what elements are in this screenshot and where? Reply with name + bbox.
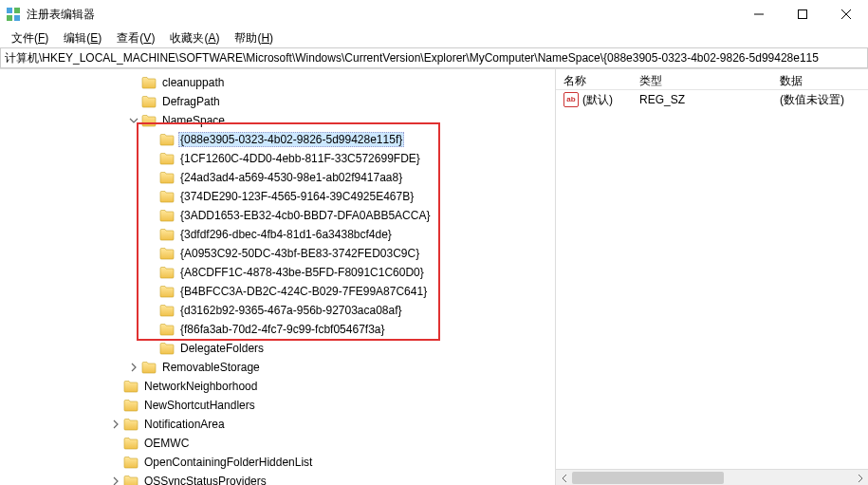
expand-icon[interactable] <box>108 474 123 485</box>
tree-item[interactable]: cleanuppath <box>0 73 555 92</box>
menu-favorites[interactable]: 收藏夹(A) <box>162 28 227 48</box>
folder-icon <box>159 228 175 241</box>
tree-item-label: OEMWC <box>142 436 191 451</box>
tree-item[interactable]: DelegateFolders <box>0 339 555 358</box>
tree-item[interactable]: OEMWC <box>0 434 555 453</box>
menu-edit[interactable]: 编辑(E) <box>56 28 109 48</box>
folder-icon <box>123 456 139 469</box>
collapse-icon[interactable] <box>126 113 141 128</box>
tree-item[interactable]: NameSpace <box>0 111 555 130</box>
folder-icon <box>159 133 175 146</box>
tree-item[interactable]: DefragPath <box>0 92 555 111</box>
horizontal-scrollbar[interactable] <box>556 469 868 485</box>
tree-item-label: {1CF1260C-4DD0-4ebb-811F-33C572699FDE} <box>178 151 422 166</box>
folder-icon <box>159 285 175 298</box>
string-value-icon: ab <box>563 92 579 107</box>
menu-file[interactable]: 文件(F) <box>4 28 56 48</box>
value-type: REG_SZ <box>639 93 685 106</box>
value-row[interactable]: ab(默认)REG_SZ(数值未设置) <box>556 90 868 109</box>
tree-item[interactable]: {B4BFCC3A-DB2C-424C-B029-7FE99A87C641} <box>0 282 555 301</box>
tree-item[interactable]: OpenContainingFolderHiddenList <box>0 453 555 472</box>
folder-icon <box>141 76 157 89</box>
tree-item[interactable]: {f86fa3ab-70d2-4fc7-9c99-fcbf05467f3a} <box>0 320 555 339</box>
tree-item[interactable]: {24ad3ad4-a569-4530-98e1-ab02f9417aa8} <box>0 168 555 187</box>
tree-item-label: OpenContainingFolderHiddenList <box>142 455 314 470</box>
col-header-data[interactable]: 数据 <box>772 69 868 89</box>
address-bar[interactable]: 计算机\HKEY_LOCAL_MACHINE\SOFTWARE\Microsof… <box>0 47 868 68</box>
tree-item-label: {24ad3ad4-a569-4530-98e1-ab02f9417aa8} <box>178 170 404 185</box>
tree-item-label: NetworkNeighborhood <box>142 379 259 394</box>
tree-item[interactable]: {3dfdf296-dbec-4fb4-81d1-6a3438bcf4de} <box>0 225 555 244</box>
tree-item-label: {d3162b92-9365-467a-956b-92703aca08af} <box>178 303 404 318</box>
expand-icon[interactable] <box>126 360 141 375</box>
menu-view[interactable]: 查看(V) <box>109 28 162 48</box>
tree-item[interactable]: NewShortcutHandlers <box>0 396 555 415</box>
folder-icon <box>159 209 175 222</box>
svg-rect-1 <box>14 8 20 13</box>
tree-item[interactable]: {3ADD1653-EB32-4cb0-BBD7-DFA0ABB5ACCA} <box>0 206 555 225</box>
folder-icon <box>123 399 139 412</box>
values-header: 名称 类型 数据 <box>556 69 868 90</box>
tree-item-label: RemovableStorage <box>160 360 262 375</box>
tree-item[interactable]: OSSyncStatusProviders <box>0 472 555 485</box>
folder-icon <box>123 475 139 485</box>
expand-icon[interactable] <box>108 417 123 432</box>
tree-item-label: {3ADD1653-EB32-4cb0-BBD7-DFA0ABB5ACCA} <box>178 208 432 223</box>
folder-icon <box>141 114 157 127</box>
folder-icon <box>141 361 157 374</box>
folder-icon <box>123 437 139 450</box>
svg-rect-2 <box>7 15 12 21</box>
folder-icon <box>123 418 139 431</box>
menu-help[interactable]: 帮助(H) <box>227 28 281 48</box>
tree-item-label: OSSyncStatusProviders <box>142 474 268 485</box>
tree-item[interactable]: RemovableStorage <box>0 358 555 377</box>
values-list[interactable]: ab(默认)REG_SZ(数值未设置) <box>556 90 868 469</box>
folder-icon <box>159 190 175 203</box>
folder-icon <box>159 266 175 279</box>
tree-item-label: {374DE290-123F-4565-9164-39C4925E467B} <box>178 189 416 204</box>
tree-item-label: cleanuppath <box>160 75 226 90</box>
tree-item-label: DefragPath <box>160 94 222 109</box>
scroll-left-button[interactable] <box>556 470 572 485</box>
folder-icon <box>123 380 139 393</box>
tree-item-label: DelegateFolders <box>178 341 266 356</box>
scroll-right-button[interactable] <box>852 470 868 485</box>
tree-item-label: {B4BFCC3A-DB2C-424C-B029-7FE99A87C641} <box>178 284 429 299</box>
tree-item-label: NameSpace <box>160 113 227 128</box>
tree-item[interactable]: {A8CDFF1C-4878-43be-B5FD-F8091C1C60D0} <box>0 263 555 282</box>
regedit-app-icon <box>6 7 21 22</box>
folder-icon <box>159 342 175 355</box>
folder-icon <box>159 323 175 336</box>
tree-pane[interactable]: cleanuppathDefragPathNameSpace{088e3905-… <box>0 69 556 485</box>
tree-item-label: {3dfdf296-dbec-4fb4-81d1-6a3438bcf4de} <box>178 227 394 242</box>
tree-item[interactable]: NetworkNeighborhood <box>0 377 555 396</box>
tree-item-label: {f86fa3ab-70d2-4fc7-9c99-fcbf05467f3a} <box>178 322 387 337</box>
tree-item-label: {A0953C92-50DC-43bf-BE83-3742FED03C9C} <box>178 246 421 261</box>
svg-rect-5 <box>799 10 807 19</box>
col-header-type[interactable]: 类型 <box>632 69 772 89</box>
value-name: (默认) <box>582 92 613 108</box>
address-text: 计算机\HKEY_LOCAL_MACHINE\SOFTWARE\Microsof… <box>5 50 819 66</box>
tree-item[interactable]: NotificationArea <box>0 415 555 434</box>
window-title: 注册表编辑器 <box>27 7 737 23</box>
tree-item-label: NotificationArea <box>142 417 227 432</box>
folder-icon <box>159 247 175 260</box>
col-header-name[interactable]: 名称 <box>556 69 632 89</box>
scroll-thumb[interactable] <box>572 472 724 484</box>
tree-item[interactable]: {374DE290-123F-4565-9164-39C4925E467B} <box>0 187 555 206</box>
tree-item-label: NewShortcutHandlers <box>142 398 257 413</box>
minimize-button[interactable] <box>737 0 781 28</box>
title-bar: 注册表编辑器 <box>0 0 868 28</box>
tree-item[interactable]: {d3162b92-9365-467a-956b-92703aca08af} <box>0 301 555 320</box>
tree-item[interactable]: {1CF1260C-4DD0-4ebb-811F-33C572699FDE} <box>0 149 555 168</box>
svg-rect-3 <box>14 15 20 21</box>
tree-item-label: {A8CDFF1C-4878-43be-B5FD-F8091C1C60D0} <box>178 265 426 280</box>
tree-item[interactable]: {088e3905-0323-4b02-9826-5d99428e115f} <box>0 130 555 149</box>
maximize-button[interactable] <box>781 0 824 28</box>
folder-icon <box>159 304 175 317</box>
folder-icon <box>159 171 175 184</box>
close-button[interactable] <box>824 0 868 28</box>
tree-item[interactable]: {A0953C92-50DC-43bf-BE83-3742FED03C9C} <box>0 244 555 263</box>
tree-item-label: {088e3905-0323-4b02-9826-5d99428e115f} <box>178 132 404 147</box>
menu-bar: 文件(F) 编辑(E) 查看(V) 收藏夹(A) 帮助(H) <box>0 28 868 47</box>
